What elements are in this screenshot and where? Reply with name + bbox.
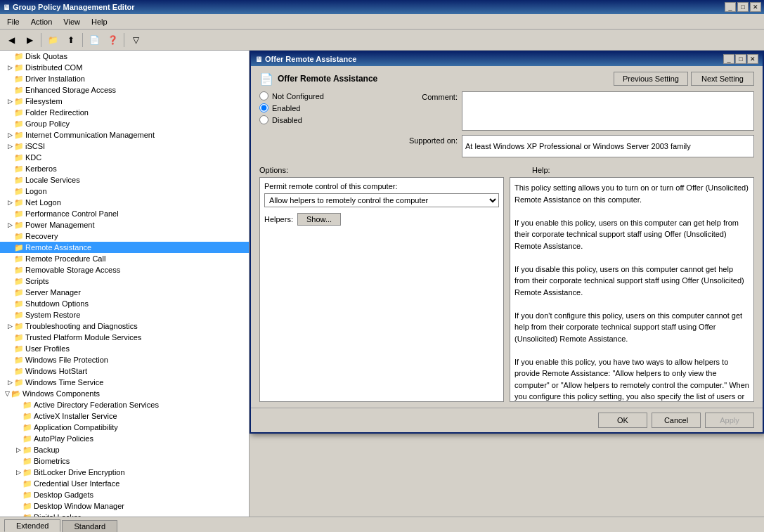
menu-file[interactable]: File	[1, 16, 25, 27]
menu-view[interactable]: View	[58, 16, 86, 27]
tree-item-driver-installation[interactable]: 📁 Driver Installation	[0, 73, 249, 84]
maximize-button[interactable]: □	[737, 2, 749, 12]
tree-item-desktop-gadgets[interactable]: 📁 Desktop Gadgets	[0, 489, 249, 500]
forward-button[interactable]: ▶	[21, 32, 38, 48]
supported-field-row: Supported on: At least Windows XP Profes…	[399, 135, 754, 157]
comment-textarea[interactable]	[462, 91, 754, 131]
tree-item-power-management[interactable]: ▷ 📁 Power Management	[0, 219, 249, 231]
next-setting-button[interactable]: Next Setting	[691, 72, 754, 86]
tree-item-performance[interactable]: 📁 Performance Control Panel	[0, 208, 249, 219]
radio-enabled[interactable]: Enabled	[259, 103, 393, 112]
tree-item-kdc[interactable]: 📁 KDC	[0, 152, 249, 163]
dropdown-row: Allow helpers to remotely control the co…	[264, 193, 499, 207]
dialog-minimize-button[interactable]: _	[723, 54, 734, 64]
tree-panel[interactable]: 📁 Disk Quotas ▷ 📁 Distributed COM 📁 Driv…	[0, 51, 250, 517]
expander-icon[interactable]: ▷	[14, 446, 22, 454]
tree-item-bitlocker[interactable]: ▷ 📁 BitLocker Drive Encryption	[0, 467, 249, 478]
tree-item-filesystem[interactable]: ▷ 📁 Filesystem	[0, 96, 249, 107]
app-icon: 🖥	[3, 4, 10, 11]
tree-item-remote-procedure-call[interactable]: 📁 Remote Procedure Call	[0, 253, 249, 264]
tree-item-removable-storage[interactable]: 📁 Removable Storage Access	[0, 264, 249, 275]
ok-button[interactable]: OK	[598, 413, 647, 428]
tree-item-windows-hotstart[interactable]: 📁 Windows HotStart	[0, 365, 249, 377]
expander-icon[interactable]: ▷	[6, 378, 14, 387]
tree-item-scripts[interactable]: 📁 Scripts	[0, 275, 249, 287]
expander-icon[interactable]: ▷	[6, 63, 14, 72]
permit-dropdown[interactable]: Allow helpers to remotely control the co…	[264, 193, 499, 207]
toolbar-separator-3	[124, 33, 124, 47]
minimize-button[interactable]: _	[725, 2, 736, 12]
tree-item-kerberos[interactable]: 📁 Kerberos	[0, 163, 249, 174]
radio-disabled[interactable]: Disabled	[259, 115, 393, 124]
tree-item-troubleshooting[interactable]: ▷ 📁 Troubleshooting and Diagnostics	[0, 320, 249, 332]
expander-icon[interactable]: ▷	[6, 198, 14, 207]
tree-item-active-directory[interactable]: 📁 Active Directory Federation Services	[0, 399, 249, 410]
radio-not-configured-input[interactable]	[259, 91, 268, 100]
show-tree-button[interactable]: 📁	[44, 32, 61, 48]
radio-disabled-input[interactable]	[259, 115, 268, 124]
tree-item-windows-file-protection[interactable]: 📁 Windows File Protection	[0, 354, 249, 365]
tree-item-locale-services[interactable]: 📁 Locale Services	[0, 174, 249, 186]
dialog-sub-title: Offer Remote Assistance	[278, 74, 614, 84]
tab-standard[interactable]: Standard	[62, 520, 117, 532]
filter-button[interactable]: ▽	[127, 32, 144, 48]
expander-icon[interactable]: ▷	[6, 322, 14, 330]
tree-item-system-restore[interactable]: 📁 System Restore	[0, 309, 249, 320]
tree-item-iscsi[interactable]: ▷ 📁 iSCSI	[0, 141, 249, 152]
menu-help[interactable]: Help	[86, 16, 113, 27]
expander-icon[interactable]: ▷	[6, 142, 14, 150]
dialog-close-button[interactable]: ✕	[747, 54, 758, 64]
expander-icon[interactable]: ▽	[3, 389, 11, 398]
expander-icon[interactable]: ▷	[14, 468, 22, 476]
radio-not-configured[interactable]: Not Configured	[259, 91, 393, 100]
tree-item-backup[interactable]: ▷ 📁 Backup	[0, 444, 249, 455]
show-button[interactable]: Show...	[297, 213, 341, 226]
apply-button[interactable]: Apply	[705, 413, 754, 428]
expander-icon[interactable]: ▷	[6, 221, 14, 229]
menu-action[interactable]: Action	[25, 16, 58, 27]
tree-item-windows-components[interactable]: ▽ 📂 Windows Components	[0, 388, 249, 399]
up-button[interactable]: ⬆	[63, 32, 79, 48]
dialog-maximize-button[interactable]: □	[735, 54, 746, 64]
tree-item-enhanced-storage[interactable]: 📁 Enhanced Storage Access	[0, 84, 249, 96]
tree-item-app-compat[interactable]: 📁 Application Compatibility	[0, 422, 249, 433]
folder-icon: 📁	[14, 198, 24, 207]
tree-item-remote-assistance[interactable]: 📁 Remote Assistance	[0, 242, 249, 253]
tree-item-net-logon[interactable]: ▷ 📁 Net Logon	[0, 197, 249, 208]
tree-item-activex[interactable]: 📁 ActiveX Installer Service	[0, 410, 249, 422]
tree-item-disk-quotas[interactable]: 📁 Disk Quotas	[0, 51, 249, 62]
tree-item-autoplay[interactable]: 📁 AutoPlay Policies	[0, 433, 249, 444]
tab-extended[interactable]: Extended	[4, 519, 60, 532]
previous-setting-button[interactable]: Previous Setting	[614, 72, 688, 86]
tree-item-recovery[interactable]: 📁 Recovery	[0, 231, 249, 242]
expander-icon[interactable]: ▷	[6, 97, 14, 105]
comment-label: Comment:	[399, 91, 462, 101]
radio-enabled-label: Enabled	[272, 104, 300, 112]
tree-item-user-profiles[interactable]: 📁 User Profiles	[0, 343, 249, 354]
help-button[interactable]: ❓	[104, 32, 121, 48]
helpers-label: Helpers:	[264, 215, 293, 223]
tree-item-windows-time-service[interactable]: ▷ 📁 Windows Time Service	[0, 377, 249, 388]
folder-icon: 📁	[14, 344, 24, 353]
cancel-button[interactable]: Cancel	[652, 413, 701, 428]
tree-item-desktop-window-mgr[interactable]: 📁 Desktop Window Manager	[0, 500, 249, 512]
tree-item-digital-locker[interactable]: 📁 Digital Locker	[0, 512, 249, 517]
back-button[interactable]: ◀	[3, 32, 20, 48]
tree-item-trusted-platform[interactable]: 📁 Trusted Platform Module Services	[0, 332, 249, 343]
tree-item-credential-ui[interactable]: 📁 Credential User Interface	[0, 478, 249, 489]
tree-item-group-policy[interactable]: 📁 Group Policy	[0, 118, 249, 129]
folder-icon: 📁	[14, 254, 24, 264]
tree-item-folder-redirection[interactable]: 📁 Folder Redirection	[0, 107, 249, 118]
tree-item-distributed-com[interactable]: ▷ 📁 Distributed COM	[0, 62, 249, 73]
expander-icon[interactable]: ▷	[6, 131, 14, 139]
tree-item-shutdown-options[interactable]: 📁 Shutdown Options	[0, 298, 249, 309]
close-button[interactable]: ✕	[750, 2, 761, 12]
dialog-title-icon: 🖥	[255, 56, 262, 63]
tree-item-biometrics[interactable]: 📁 Biometrics	[0, 455, 249, 467]
tree-item-logon[interactable]: 📁 Logon	[0, 186, 249, 197]
tree-item-server-manager[interactable]: 📁 Server Manager	[0, 287, 249, 298]
radio-options-panel: Not Configured Enabled Disabled	[259, 91, 393, 162]
tree-item-internet-comm[interactable]: ▷ 📁 Internet Communication Management	[0, 129, 249, 141]
properties-button[interactable]: 📄	[86, 32, 103, 48]
radio-enabled-input[interactable]	[259, 103, 268, 112]
